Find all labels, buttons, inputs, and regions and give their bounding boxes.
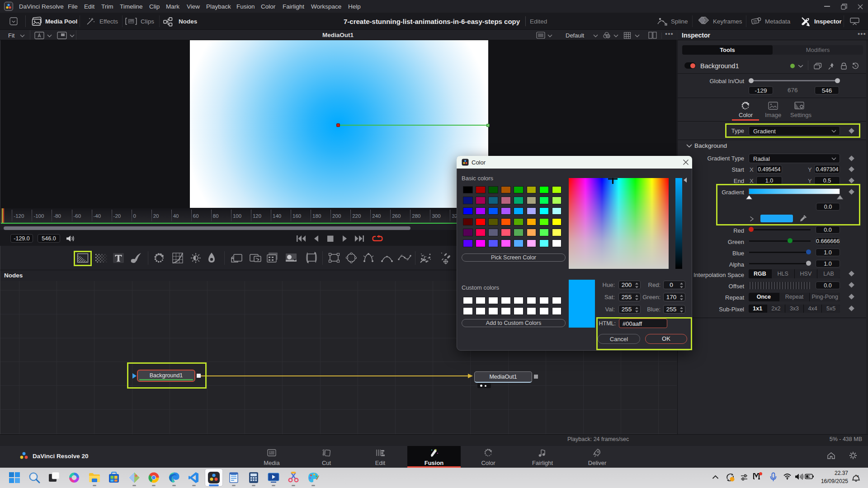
svg-text:z: z — [857, 474, 859, 478]
